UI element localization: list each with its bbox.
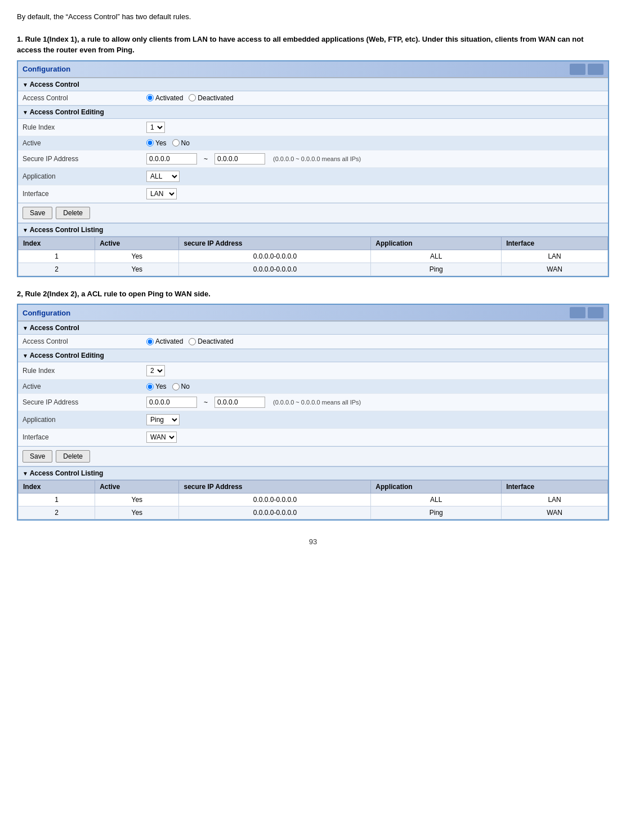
secure-ip-row-1: Secure IP Address ~ (0.0.0.0 ~ 0.0.0.0 m… [18,150,608,168]
interface-control-1[interactable]: LAN WAN [146,188,603,199]
active-yes-label-1[interactable]: Yes [146,139,167,147]
application-row-1: Application ALL Web FTP Ping Telnet [18,168,608,185]
rule-index-row-1: Rule Index 1 2 3 [18,119,608,136]
secure-ip-control-2: ~ (0.0.0.0 ~ 0.0.0.0 means all IPs) [146,397,603,408]
activated-label-1[interactable]: Activated [146,94,183,102]
access-control-control-1: Activated Deactivated [146,94,603,102]
table-row: 1 Yes 0.0.0.0-0.0.0.0 ALL LAN [19,494,608,506]
activated-radio-2[interactable] [146,338,154,345]
access-control-radio-group-1: Activated Deactivated [146,94,234,102]
activated-text-2: Activated [155,337,183,345]
secure-ip-to-1[interactable] [214,153,265,165]
deactivated-label-2[interactable]: Deactivated [189,337,233,345]
td-secure-ip-2-1: 0.0.0.0-0.0.0.0 [179,494,371,506]
td-index-2-2: 2 [19,506,95,519]
deactivated-text-1: Deactivated [198,94,233,102]
th-active-2: Active [95,481,179,494]
section2-desc: 2, Rule 2(Index 2), a ACL rule to open P… [17,288,609,300]
td-active-2-1: Yes [95,494,179,506]
active-yes-radio-1[interactable] [146,139,154,146]
secure-ip-label-2: Secure IP Address [23,398,146,406]
rule-index-control-2[interactable]: 1 2 3 [146,365,603,376]
application-control-1[interactable]: ALL Web FTP Ping Telnet [146,171,603,182]
rule-index-label-1: Rule Index [23,123,146,131]
config-header-icons-2 [570,307,603,318]
active-no-label-2[interactable]: No [172,383,190,390]
interface-row-1: Interface LAN WAN [18,185,608,203]
tilde-2: ~ [204,398,208,406]
access-control-label-1: Access Control [23,94,146,102]
rule-index-select-1[interactable]: 1 2 3 [146,122,165,133]
secure-ip-from-1[interactable] [146,153,197,165]
application-select-2[interactable]: ALL Web FTP Ping Telnet [146,414,180,425]
active-no-radio-2[interactable] [172,383,180,390]
save-button-2[interactable]: Save [23,450,52,463]
active-no-radio-1[interactable] [172,139,180,146]
application-label-1: Application [23,172,146,180]
tilde-1: ~ [204,155,208,163]
active-radio-group-1: Yes No [146,139,190,147]
page-number: 93 [17,537,609,546]
save-button-1[interactable]: Save [23,207,52,219]
secure-ip-from-2[interactable] [146,397,197,408]
th-index-2: Index [19,481,95,494]
table-header-row-2: Index Active secure IP Address Applicati… [19,481,608,494]
application-row-2: Application ALL Web FTP Ping Telnet [18,411,608,429]
th-index-1: Index [19,237,95,250]
active-no-text-1: No [181,139,190,147]
rule-index-select-2[interactable]: 1 2 3 [146,365,165,376]
table-header-row-1: Index Active secure IP Address Applicati… [19,237,608,250]
config-header-icons-1 [570,64,603,75]
section1-desc: 1. Rule 1(Index 1), a rule to allow only… [17,34,609,56]
interface-control-2[interactable]: LAN WAN [146,432,603,443]
td-active-1-2: Yes [95,263,179,275]
active-no-label-1[interactable]: No [172,139,190,147]
th-interface-1: Interface [502,237,608,250]
activated-text-1: Activated [155,94,183,102]
td-index-1-1: 1 [19,250,95,263]
deactivated-radio-2[interactable] [189,338,196,345]
listing-table-1: Index Active secure IP Address Applicati… [18,237,608,276]
delete-button-1[interactable]: Delete [56,207,90,219]
td-application-2-1: ALL [371,494,502,506]
icon-router-2 [588,307,603,318]
access-control-section-title-1: Access Control [18,78,608,91]
interface-select-1[interactable]: LAN WAN [146,188,177,199]
access-control-section-title-2: Access Control [18,321,608,335]
access-control-row-1: Access Control Activated Deactivated [18,91,608,105]
listing-section-title-2: Access Control Listing [18,466,608,480]
td-secure-ip-2-2: 0.0.0.0-0.0.0.0 [179,506,371,519]
deactivated-radio-1[interactable] [189,94,196,101]
td-interface-1-1: LAN [502,250,608,263]
deactivated-label-1[interactable]: Deactivated [189,94,233,102]
secure-ip-to-2[interactable] [214,397,265,408]
th-active-1: Active [95,237,179,250]
config-panel-1: Configuration Access Control Access Cont… [17,60,609,277]
delete-button-2[interactable]: Delete [56,450,90,463]
ip-note-2: (0.0.0.0 ~ 0.0.0.0 means all IPs) [273,399,361,406]
active-no-text-2: No [181,383,190,390]
editing-section-title-2: Access Control Editing [18,349,608,362]
listing-section-title-1: Access Control Listing [18,223,608,237]
active-label-1: Active [23,139,146,147]
td-interface-1-2: WAN [502,263,608,275]
activated-radio-1[interactable] [146,94,154,101]
interface-select-2[interactable]: LAN WAN [146,432,177,443]
td-secure-ip-1-2: 0.0.0.0-0.0.0.0 [179,263,371,275]
active-yes-label-2[interactable]: Yes [146,383,167,390]
interface-label-1: Interface [23,190,146,198]
td-index-2-1: 1 [19,494,95,506]
icon-router [588,64,603,75]
secure-ip-row-2: Secure IP Address ~ (0.0.0.0 ~ 0.0.0.0 m… [18,394,608,411]
application-select-1[interactable]: ALL Web FTP Ping Telnet [146,171,180,182]
td-interface-2-1: LAN [502,494,608,506]
activated-label-2[interactable]: Activated [146,337,183,345]
config-body-2: Access Control Access Control Activated … [18,321,608,519]
application-control-2[interactable]: ALL Web FTP Ping Telnet [146,414,603,425]
config-header-2: Configuration [18,305,608,321]
td-interface-2-2: WAN [502,506,608,519]
config-body-1: Access Control Access Control Activated … [18,78,608,276]
active-yes-radio-2[interactable] [146,383,154,390]
rule-index-control-1[interactable]: 1 2 3 [146,122,603,133]
icon-network [570,64,585,75]
